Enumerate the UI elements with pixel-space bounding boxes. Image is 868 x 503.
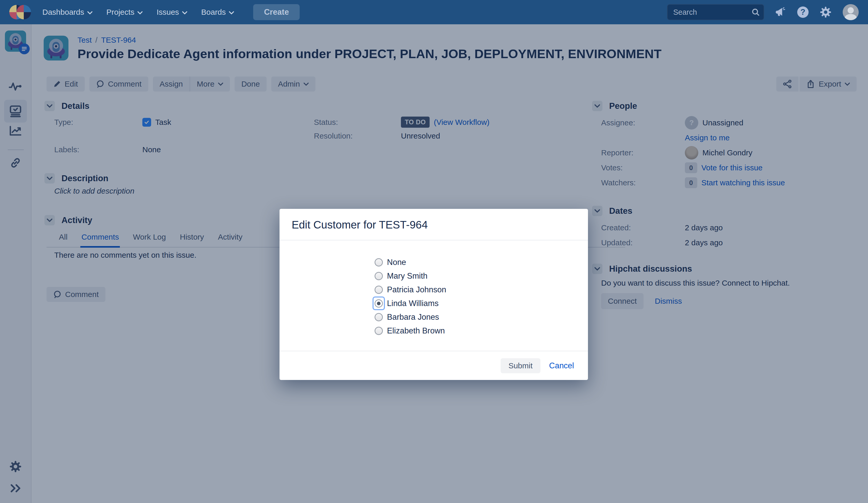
radio-option-barbara-jones[interactable]: Barbara Jones bbox=[373, 310, 446, 324]
radio-button[interactable] bbox=[375, 272, 383, 280]
edit-customer-dialog: Edit Customer for TEST-964 None Mary Smi… bbox=[280, 209, 588, 380]
dialog-divider bbox=[280, 240, 588, 240]
radio-focus-ring bbox=[373, 269, 385, 283]
radio-label: Mary Smith bbox=[387, 271, 427, 281]
radio-label: Patricia Johnson bbox=[387, 285, 446, 295]
radio-option-patricia-johnson[interactable]: Patricia Johnson bbox=[373, 283, 446, 297]
radio-label: Barbara Jones bbox=[387, 312, 439, 322]
nav-menu-label: Projects bbox=[106, 8, 134, 17]
nav-menu-dashboards[interactable]: Dashboards bbox=[42, 8, 92, 17]
nav-menu-label: Dashboards bbox=[42, 8, 84, 17]
chevron-down-icon bbox=[229, 11, 234, 14]
radio-focus-ring bbox=[373, 297, 385, 310]
chevron-down-icon bbox=[137, 11, 143, 14]
radio-option-none[interactable]: None bbox=[373, 255, 446, 269]
top-navbar: Dashboards Projects Issues Boards Create… bbox=[0, 0, 868, 24]
radio-focus-ring bbox=[373, 255, 385, 269]
radio-option-mary-smith[interactable]: Mary Smith bbox=[373, 269, 446, 283]
nav-menu-issues[interactable]: Issues bbox=[156, 8, 187, 17]
search-icon bbox=[751, 8, 760, 17]
radio-option-elizabeth-brown[interactable]: Elizabeth Brown bbox=[373, 324, 446, 338]
radio-focus-ring bbox=[373, 310, 385, 324]
radio-label: Elizabeth Brown bbox=[387, 326, 445, 336]
radio-button[interactable] bbox=[375, 286, 383, 294]
radio-button[interactable] bbox=[375, 313, 383, 321]
dialog-footer: Submit Cancel bbox=[280, 351, 588, 380]
customer-options: None Mary Smith Patricia Johnson Linda W… bbox=[373, 255, 446, 338]
radio-focus-ring bbox=[373, 283, 385, 297]
search-input[interactable] bbox=[667, 4, 764, 20]
nav-menu-label: Boards bbox=[201, 8, 226, 17]
radio-button[interactable] bbox=[375, 258, 383, 267]
cancel-link[interactable]: Cancel bbox=[549, 361, 574, 370]
nav-menu-boards[interactable]: Boards bbox=[201, 8, 234, 17]
user-avatar[interactable] bbox=[843, 4, 859, 20]
chevron-down-icon bbox=[87, 11, 92, 14]
radio-button[interactable] bbox=[375, 327, 383, 335]
radio-button[interactable] bbox=[375, 299, 383, 308]
nav-menu-label: Issues bbox=[156, 8, 179, 17]
submit-button[interactable]: Submit bbox=[501, 358, 540, 373]
chevron-down-icon bbox=[182, 11, 187, 14]
feedback-megaphone-icon[interactable] bbox=[775, 7, 786, 18]
radio-label: None bbox=[387, 258, 406, 267]
create-button[interactable]: Create bbox=[253, 4, 300, 20]
gear-icon[interactable] bbox=[820, 7, 831, 18]
radio-focus-ring bbox=[373, 324, 385, 338]
nav-menu-projects[interactable]: Projects bbox=[106, 8, 143, 17]
radio-label: Linda Williams bbox=[387, 299, 439, 308]
radio-option-linda-williams[interactable]: Linda Williams bbox=[373, 297, 446, 310]
dialog-title: Edit Customer for TEST-964 bbox=[292, 219, 428, 231]
help-icon[interactable]: ? bbox=[797, 7, 809, 18]
submit-label: Submit bbox=[508, 361, 533, 370]
app-logo[interactable] bbox=[9, 4, 31, 20]
